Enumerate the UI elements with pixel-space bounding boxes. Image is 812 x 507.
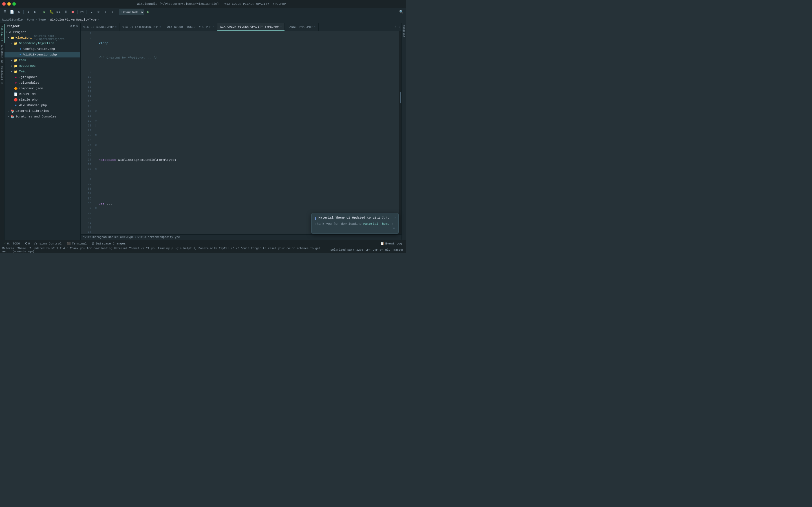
expand-arrow[interactable]: ▾ [7, 36, 10, 40]
tab-close-icon[interactable]: ✕ [160, 25, 161, 29]
vcs-button[interactable]: ☁ [88, 9, 94, 15]
ln-13: 13 [83, 89, 91, 94]
expand-arrow[interactable]: ▸ [7, 109, 10, 113]
tab-wix-color-picker-type[interactable]: WIX COLOR PICKER TYPE.PHP ✕ [164, 23, 217, 31]
code-editor[interactable]: 1 2 9 10 11 12 13 14 15 16 17 18 19 20 [81, 31, 402, 234]
event-log-label: Event Log [386, 242, 402, 245]
path-item-2[interactable]: WixColorPickerOpacityType [138, 236, 180, 239]
terminal-tab[interactable]: ⬛ Terminal [64, 240, 89, 247]
tree-item-configuration[interactable]: ● Configuration.php [4, 46, 80, 52]
db-changes-tab[interactable]: 🗄 Database Changes [89, 240, 128, 247]
tree-item-resources[interactable]: ▸ 📁 Resources [4, 63, 80, 69]
tab-range-type[interactable]: RANGE TYPE.PHP ✕ [285, 23, 319, 31]
right-sidebar: Database [402, 23, 406, 240]
menu-button[interactable]: ☰ [2, 9, 8, 15]
notification-close-button[interactable]: ✕ [394, 216, 396, 220]
fold-37[interactable]: ⊟ [94, 206, 98, 211]
tree-item-depinj[interactable]: ▾ 📁 DependencyInjection [4, 41, 80, 46]
tab-close-icon[interactable]: ✕ [213, 25, 214, 29]
tree-item-project[interactable]: ▾ ⚙ Project [4, 29, 80, 35]
tab-close-icon[interactable]: ✕ [115, 25, 116, 29]
breadcrumb-project[interactable]: WixUiBundle [2, 18, 23, 21]
plugin1-button[interactable]: ✦ [102, 9, 109, 15]
close-button[interactable] [2, 2, 6, 6]
step-over-button[interactable]: ↩↪ [79, 9, 85, 15]
tree-item-form[interactable]: ▸ 📁 Form [4, 57, 80, 63]
notification-expand-icon[interactable]: ▼ [393, 227, 395, 231]
sidebar-tab-project[interactable]: 1: Project [0, 24, 4, 43]
expand-arrow[interactable]: ▾ [4, 31, 8, 34]
fold-24[interactable]: ⊟ [94, 143, 98, 148]
notification-link[interactable]: Material Theme [363, 222, 389, 226]
sidebar-tab-structure[interactable]: 2: Structure [0, 43, 4, 64]
scrollbar-thumb[interactable] [400, 92, 401, 103]
code-line-2: /** Created by PhpStorm. ...*/ [99, 55, 399, 60]
expand-arrow[interactable]: ▸ [10, 59, 13, 62]
ln-9: 9 [83, 70, 91, 75]
breadcrumb-current[interactable]: WixColorPickerOpacityType [50, 18, 96, 21]
tree-item-wixuibundle[interactable]: ▾ 📁 WixUiBundle sources root, ~/Phpstorm… [4, 35, 80, 41]
pause-button[interactable]: ⏸ [63, 9, 69, 15]
tree-item-gitignore[interactable]: ❤ .gitignore [4, 74, 80, 80]
fold-19[interactable]: ⊟ [94, 119, 98, 123]
layout-icon[interactable]: ⊟ [73, 24, 75, 28]
run-with-coverage-button[interactable]: ▶▶ [56, 9, 62, 15]
status-position[interactable]: 22:6 [356, 248, 363, 251]
tree-item-wixuiextension[interactable]: ● WixUiExtension.php [4, 52, 80, 57]
main-layout: 1: Project 2: Structure 2: Favorites Pro… [0, 23, 406, 240]
tree-item-readme[interactable]: 📄 README.md [4, 91, 80, 97]
expand-arrow[interactable]: ▾ [10, 42, 13, 45]
tabs-more-icon[interactable]: ⋮ [394, 25, 397, 29]
tree-item-simple[interactable]: 🔴 simple.php [4, 97, 80, 103]
event-log-tab[interactable]: 📋 Event Log [378, 240, 404, 247]
tree-item-composer[interactable]: 🔶 composer.json [4, 86, 80, 91]
fold-17[interactable]: ⊟ [94, 109, 98, 114]
tab-close-icon[interactable]: ✕ [280, 25, 282, 28]
sidebar-tab-favorites[interactable]: 2: Favorites [0, 64, 4, 86]
hide-icon[interactable]: ✕ [76, 24, 78, 28]
ln-5 [83, 50, 91, 55]
forward-button[interactable]: ▶ [32, 9, 38, 15]
minimize-button[interactable] [7, 2, 11, 6]
tree-item-extlibs[interactable]: ▸ 📚 External Libraries [4, 108, 80, 114]
run-button[interactable]: ▶ [42, 9, 48, 15]
fold-27 [94, 158, 98, 162]
tree-item-scratches[interactable]: ▸ 📚 Scratches and Consoles [4, 114, 80, 119]
back-button[interactable]: ◀ [25, 9, 31, 15]
sidebar-tab-database[interactable]: Database [402, 23, 406, 39]
sync-button[interactable]: ↻ [16, 9, 22, 15]
expand-arrow[interactable]: ▸ [10, 70, 13, 73]
tab-wix-ui-bundle[interactable]: WIX UI BUNDLE.PHP ✕ [81, 23, 120, 31]
debug-button[interactable]: 🐛 [49, 9, 55, 15]
maximize-button[interactable] [12, 2, 16, 6]
run-config-run[interactable]: ▶ [145, 9, 151, 15]
path-item-1[interactable]: \Wix\InstagramBundle\Form\Type [83, 236, 134, 239]
gear-icon[interactable]: ⚙ [70, 24, 72, 28]
fold-29[interactable]: ⊟ [94, 167, 98, 172]
status-branch[interactable]: git: master [385, 248, 404, 251]
ln-10: 10 [83, 75, 91, 79]
code-content[interactable]: <?php /** Created by PhpStorm. ...*/ nam… [98, 31, 399, 234]
tab-wix-ui-extension[interactable]: WIX UI EXTENSION.PHP ✕ [120, 23, 164, 31]
tree-item-gitmodules[interactable]: ❤ .gitmodules [4, 80, 80, 86]
breadcrumb-form[interactable]: Form [27, 18, 34, 21]
breadcrumb-type[interactable]: Type [38, 18, 46, 21]
tab-close-icon[interactable]: ✕ [314, 25, 315, 29]
stop-button[interactable]: ⏹ [70, 9, 76, 15]
new-file-button[interactable]: 📄 [9, 9, 15, 15]
expand-arrow[interactable]: ▸ [10, 64, 13, 68]
status-theme[interactable]: Solarized Dark [331, 248, 354, 251]
run-config-dropdown[interactable]: Default task [119, 9, 144, 15]
version-control-tab[interactable]: ⑆ 9: Version Control [23, 240, 64, 247]
plugin2-button[interactable]: ✦ [109, 9, 116, 15]
editor-scrollbar[interactable] [399, 31, 402, 234]
tree-item-wixuibundle-php[interactable]: ● WixUiBundle.php [4, 103, 80, 108]
settings-button[interactable]: ⚙ [95, 9, 101, 15]
search-everywhere-button[interactable]: 🔍 [398, 9, 404, 15]
ln-7 [83, 60, 91, 65]
tree-item-twig[interactable]: ▸ 📁 Twig [4, 69, 80, 74]
tab-wix-color-picker-opacity-type[interactable]: WIX COLOR PICKER OPACITY TYPE.PHP ✕ [217, 23, 285, 31]
expand-arrow[interactable]: ▸ [7, 115, 10, 118]
tabs-split-icon[interactable]: 3 [398, 25, 400, 29]
todo-tab[interactable]: ✓ 6: TODO [2, 240, 22, 247]
